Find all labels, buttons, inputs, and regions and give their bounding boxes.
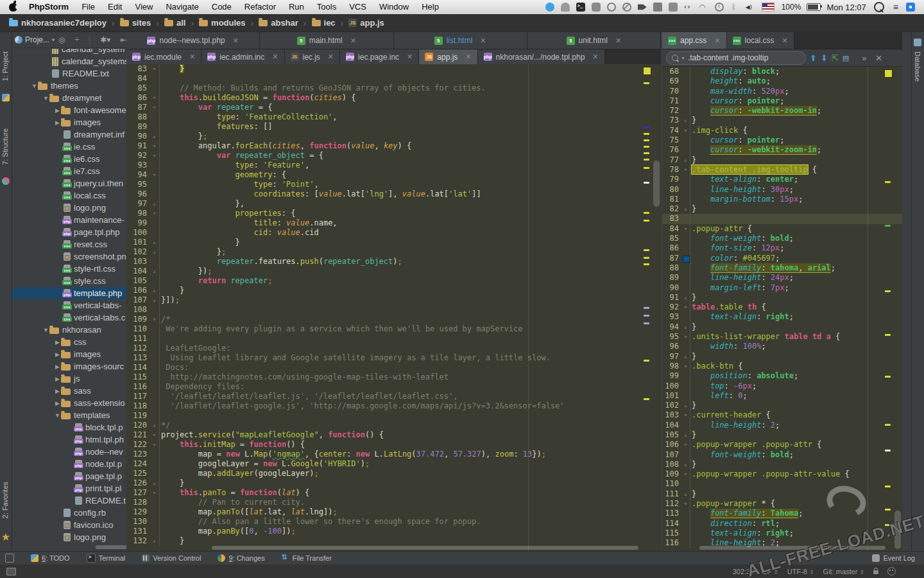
tree-expander-icon[interactable]: ▼ <box>42 327 49 333</box>
tree-expander-icon[interactable]: ▶ <box>54 376 61 382</box>
notification-center-icon[interactable]: ≡ <box>893 2 898 12</box>
status-monitor-icon[interactable] <box>6 568 16 575</box>
input-language-flag-icon[interactable] <box>762 3 774 12</box>
fold-marker-icon[interactable] <box>150 180 160 189</box>
tree-item[interactable]: block.tpl.p <box>12 421 126 434</box>
fold-marker-icon[interactable] <box>681 214 690 223</box>
tool-window-button-file-transfer[interactable]: File Transfer <box>282 554 332 563</box>
close-tab-icon[interactable]: ✕ <box>615 37 621 45</box>
fold-marker-icon[interactable] <box>150 498 160 507</box>
caret-position[interactable]: 302:38 <box>733 568 755 575</box>
fold-marker-icon[interactable] <box>681 273 690 283</box>
fold-marker-icon[interactable]: ▿ <box>150 440 160 450</box>
tree-item[interactable]: ▶font-awesome <box>12 104 126 116</box>
fold-marker-icon[interactable]: ▵ <box>150 421 160 430</box>
find-next-icon[interactable]: ⬇ <box>821 54 828 62</box>
search-options-chevron-icon[interactable]: ▼ <box>681 56 685 60</box>
fold-marker-icon[interactable] <box>681 519 690 529</box>
fold-marker-icon[interactable]: ▿ <box>681 440 690 450</box>
fold-marker-icon[interactable]: ▿ <box>681 224 690 234</box>
tree-expander-icon[interactable]: ▶ <box>54 339 61 346</box>
fold-marker-icon[interactable]: ▿ <box>681 499 690 509</box>
fold-marker-icon[interactable]: ▵ <box>681 204 690 214</box>
fold-marker-icon[interactable]: ▵ <box>150 199 160 209</box>
tree-item[interactable]: ie6.css <box>12 153 126 165</box>
project-panel-title[interactable]: Proje... <box>25 35 49 44</box>
tree-expander-icon[interactable]: ▶ <box>54 363 61 370</box>
close-tab-icon[interactable]: ✕ <box>328 53 334 61</box>
locate-icon[interactable]: ◎ <box>58 35 65 44</box>
fold-marker-icon[interactable]: ▿ <box>150 430 160 440</box>
find-previous-icon[interactable]: ⬆ <box>810 54 817 62</box>
vertical-scrollbar[interactable] <box>653 161 660 207</box>
fold-marker-icon[interactable]: ▿ <box>681 332 690 342</box>
color-swatch-icon[interactable] <box>683 256 690 263</box>
fold-marker-icon[interactable]: ▵ <box>150 238 160 247</box>
horizontal-scrollbar[interactable] <box>212 546 638 550</box>
fold-marker-icon[interactable]: ▵ <box>150 295 160 305</box>
tree-item[interactable]: html.tpl.ph <box>12 434 126 446</box>
editor-tab-node--news.tpl.php[interactable]: node--news.tpl.php✕ <box>126 32 260 49</box>
tree-expander-icon[interactable]: ▶ <box>54 388 61 394</box>
close-tab-icon[interactable]: ✕ <box>465 53 471 61</box>
fold-marker-icon[interactable] <box>681 87 690 96</box>
event-log-button[interactable]: Event Log <box>872 554 915 562</box>
tree-item[interactable]: page.tpl.p <box>12 470 126 482</box>
fold-marker-icon[interactable]: ▿ <box>681 469 690 479</box>
select-all-occurrences-icon[interactable]: ▤ <box>843 55 849 62</box>
fold-marker-icon[interactable]: ▿ <box>150 93 160 103</box>
fold-marker-icon[interactable] <box>681 529 690 538</box>
editor-tab-list.html[interactable]: list.html✕ <box>394 32 527 49</box>
hide-panel-icon[interactable]: ⇤ <box>120 35 126 44</box>
tree-expander-icon[interactable]: ▶ <box>54 119 61 126</box>
menu-code[interactable]: Code <box>205 0 238 14</box>
breadcrumb-item[interactable]: all <box>162 18 188 28</box>
code-icon[interactable] <box>684 3 693 12</box>
fold-marker-icon[interactable] <box>681 509 690 518</box>
fold-marker-icon[interactable] <box>681 145 690 155</box>
tree-item[interactable]: README.t <box>12 495 126 507</box>
tree-item[interactable]: ie.css <box>12 141 126 153</box>
fold-marker-icon[interactable]: ▵ <box>681 430 690 440</box>
fold-marker-icon[interactable]: ▵ <box>681 293 690 302</box>
fold-marker-icon[interactable] <box>150 161 160 170</box>
fold-marker-icon[interactable] <box>150 382 160 392</box>
close-tab-icon[interactable]: ✕ <box>407 53 413 61</box>
tree-item[interactable]: ▶images <box>12 348 126 360</box>
fold-marker-icon[interactable] <box>681 185 690 195</box>
collapse-all-icon[interactable]: ÷ <box>74 35 79 44</box>
fold-marker-icon[interactable]: ▵ <box>681 460 690 469</box>
tool-button-project[interactable]: 1: Project <box>1 51 9 81</box>
fold-marker-icon[interactable]: ▵ <box>150 286 160 295</box>
tree-item[interactable]: ▶sass <box>12 385 126 397</box>
fold-marker-icon[interactable]: ▿ <box>150 315 160 324</box>
fold-marker-icon[interactable] <box>681 254 690 263</box>
export-matches-icon[interactable]: ⇱ <box>832 54 839 62</box>
tool-button-database[interactable]: Database <box>914 51 921 82</box>
tool-window-button-terminal[interactable]: Terminal <box>87 554 126 563</box>
breadcrumb-item[interactable]: modules <box>196 18 248 28</box>
tree-item[interactable]: style-rtl.css <box>12 263 126 275</box>
close-tab-icon[interactable]: ✕ <box>189 53 195 61</box>
terminal-icon[interactable] <box>576 3 585 12</box>
close-tab-icon[interactable]: ✕ <box>350 37 356 45</box>
fold-marker-icon[interactable]: ▵ <box>681 155 690 165</box>
fold-marker-icon[interactable]: ▿ <box>150 64 160 74</box>
right-code-editor[interactable]: 68 display: block;69 height: auto;70 max… <box>662 67 902 551</box>
structure-tool-icon[interactable] <box>2 177 10 185</box>
menu-phpstorm[interactable]: PhpStorm <box>22 0 75 14</box>
tree-item[interactable]: style.css <box>12 275 126 287</box>
editor-tab-local.css[interactable]: local.css✕ <box>727 32 794 49</box>
fold-marker-icon[interactable]: ▵ <box>681 401 690 410</box>
editor-tab-iec.js[interactable]: iec.js✕ <box>285 49 341 64</box>
fold-marker-icon[interactable] <box>681 263 690 273</box>
tree-item[interactable]: ▼dreamynet <box>12 92 126 104</box>
fold-marker-icon[interactable] <box>681 371 690 381</box>
wifi-icon[interactable] <box>699 3 708 12</box>
close-tab-icon[interactable]: ✕ <box>480 37 486 45</box>
fold-marker-icon[interactable] <box>150 334 160 344</box>
history-icon[interactable] <box>715 3 724 12</box>
fold-marker-icon[interactable] <box>681 421 690 430</box>
fold-marker-icon[interactable] <box>150 189 160 199</box>
tree-item[interactable]: ▶images-sourc <box>12 360 126 372</box>
